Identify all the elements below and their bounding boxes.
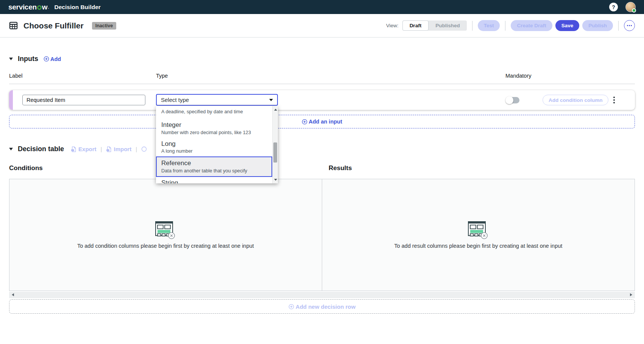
plus-circle-icon bbox=[44, 56, 49, 62]
logo-text-start: servicen bbox=[8, 3, 37, 11]
type-select[interactable]: Select type bbox=[156, 94, 278, 106]
dropdown-scrollbar[interactable] bbox=[272, 106, 278, 183]
conditions-empty-text: To add condition columns please begin fi… bbox=[77, 243, 254, 249]
column-header-mandatory: Mandatory bbox=[505, 73, 532, 79]
scroll-up-icon[interactable] bbox=[274, 109, 277, 111]
add-decision-row-area: Add new decision row bbox=[9, 299, 635, 314]
import-link[interactable]: Import bbox=[106, 146, 131, 152]
page-title: Choose Fulfiller bbox=[23, 21, 84, 30]
dropdown-item-reference[interactable]: Reference Data from another table that y… bbox=[156, 156, 272, 177]
input-label-field[interactable] bbox=[22, 95, 145, 105]
logo-o-icon bbox=[37, 5, 42, 10]
status-badge: Inactive bbox=[92, 22, 117, 30]
decision-table-collapse-caret-icon[interactable] bbox=[9, 148, 13, 150]
main-content: Inputs Add Label Type Mandatory Select t… bbox=[0, 55, 644, 314]
view-published-button[interactable]: Published bbox=[429, 20, 467, 31]
plus-circle-icon bbox=[302, 119, 307, 125]
type-dropdown: A deadline, specified by date and time I… bbox=[156, 106, 278, 183]
column-header-label: Label bbox=[9, 73, 22, 79]
header-divider bbox=[618, 21, 619, 31]
header-divider bbox=[505, 21, 505, 31]
add-an-input-row[interactable]: Add an input bbox=[9, 115, 635, 128]
toggle-knob bbox=[505, 96, 513, 104]
mandatory-toggle[interactable] bbox=[506, 97, 519, 103]
results-title: Results bbox=[329, 164, 352, 172]
hidden-action-icon[interactable] bbox=[141, 146, 147, 152]
column-header-type: Type bbox=[156, 73, 168, 79]
status-dot bbox=[632, 8, 636, 13]
conditions-panel: To add condition columns please begin fi… bbox=[9, 179, 322, 291]
logo-dot: . bbox=[48, 4, 49, 10]
dropdown-item-clipped-top[interactable]: A deadline, specified by date and time bbox=[161, 106, 272, 114]
input-row-accent-bar bbox=[9, 90, 13, 110]
decision-table-panels: To add condition columns please begin fi… bbox=[9, 179, 635, 291]
links-separator: | bbox=[136, 146, 137, 152]
empty-table-icon bbox=[468, 221, 488, 239]
publish-button[interactable]: Publish bbox=[582, 20, 613, 31]
dropdown-item-long[interactable]: Long A long number bbox=[161, 138, 272, 157]
test-button[interactable]: Test bbox=[478, 20, 500, 31]
inputs-collapse-caret-icon[interactable] bbox=[9, 58, 13, 60]
scroll-right-icon[interactable] bbox=[630, 293, 632, 296]
decision-table-app-icon bbox=[9, 21, 18, 30]
xls-file-icon bbox=[71, 146, 76, 152]
select-caret-icon bbox=[269, 99, 273, 101]
header-divider bbox=[472, 21, 472, 31]
links-separator: | bbox=[101, 146, 102, 152]
export-link[interactable]: Export bbox=[71, 146, 97, 152]
horizontal-scrollbar[interactable] bbox=[9, 292, 635, 298]
empty-table-icon bbox=[155, 221, 176, 239]
inputs-title: Inputs bbox=[18, 55, 38, 63]
more-options-button[interactable] bbox=[624, 20, 635, 31]
input-row-card: Select type A deadline, specified by dat… bbox=[9, 90, 635, 110]
view-draft-button[interactable]: Draft bbox=[402, 20, 429, 31]
save-button[interactable]: Save bbox=[555, 20, 580, 31]
panels-headings: Conditions Results bbox=[9, 164, 635, 174]
decision-table-section-header: Decision table Export | Import | bbox=[9, 145, 635, 153]
conditions-title: Conditions bbox=[9, 164, 43, 172]
dropdown-scrollbar-thumb[interactable] bbox=[273, 142, 277, 163]
type-dropdown-list: A deadline, specified by date and time I… bbox=[156, 106, 272, 183]
results-empty-text: To add result columns please begin first… bbox=[394, 243, 562, 249]
plus-circle-icon bbox=[288, 304, 294, 310]
type-select-value: Select type bbox=[161, 97, 189, 103]
scroll-left-icon[interactable] bbox=[12, 293, 14, 296]
servicenow-logo: servicen w . bbox=[8, 3, 49, 11]
scroll-down-icon[interactable] bbox=[274, 179, 277, 181]
help-icon[interactable]: ? bbox=[609, 3, 618, 11]
decision-table-title: Decision table bbox=[18, 145, 64, 153]
dropdown-item-string-clipped[interactable]: String bbox=[161, 177, 272, 183]
create-draft-button[interactable]: Create Draft bbox=[511, 20, 552, 31]
user-avatar[interactable] bbox=[625, 2, 636, 12]
more-options-icon bbox=[627, 25, 628, 26]
app-title: Decision Builder bbox=[55, 4, 101, 11]
page-header: Choose Fulfiller Inactive View: Draft Pu… bbox=[0, 14, 644, 38]
view-label: View: bbox=[386, 23, 399, 28]
topbar: servicen w . Decision Builder ? bbox=[0, 0, 644, 14]
kebab-icon bbox=[613, 97, 615, 98]
xls-file-icon bbox=[106, 146, 112, 152]
view-toggle: Draft Published bbox=[402, 20, 467, 31]
dropdown-item-integer[interactable]: Integer Number with zero decimal points,… bbox=[161, 119, 272, 138]
row-menu-button[interactable] bbox=[611, 96, 617, 104]
add-decision-row-button[interactable]: Add new decision row bbox=[288, 303, 356, 310]
add-an-input-link[interactable]: Add an input bbox=[302, 119, 342, 125]
results-panel: To add result columns please begin first… bbox=[322, 179, 635, 291]
add-condition-column-button[interactable]: Add condition column bbox=[543, 95, 608, 105]
inputs-section-header: Inputs Add bbox=[9, 55, 635, 63]
inputs-column-headers: Label Type Mandatory bbox=[9, 73, 635, 84]
logo-text-end: w bbox=[42, 3, 47, 11]
add-input-link[interactable]: Add bbox=[44, 56, 61, 62]
